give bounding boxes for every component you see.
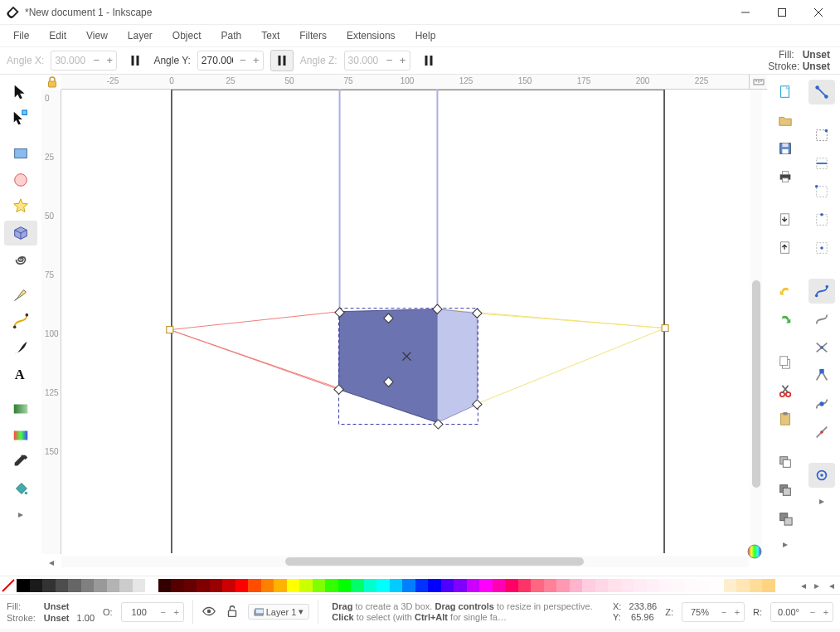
palette-swatch[interactable]	[608, 579, 621, 592]
palette-swatch[interactable]	[145, 579, 158, 592]
opacity-inc[interactable]: +	[170, 607, 183, 617]
tool-3dbox[interactable]	[4, 221, 37, 246]
angle-z-dec[interactable]: −	[383, 51, 396, 70]
angle-x-spin[interactable]: − +	[51, 51, 117, 70]
palette-swatch[interactable]	[56, 579, 69, 592]
opacity-spin[interactable]: 100 − +	[121, 602, 184, 622]
opacity-dec[interactable]: −	[157, 607, 170, 617]
clone-button[interactable]	[772, 478, 799, 503]
snap-bbox-center-button[interactable]	[808, 236, 835, 260]
tool-bezier[interactable]	[4, 309, 37, 333]
layer-lock-toggle[interactable]	[225, 604, 240, 620]
snap-smooth-node-button[interactable]	[808, 391, 835, 416]
menu-help[interactable]: Help	[407, 27, 444, 44]
palette-swatch[interactable]	[505, 579, 518, 592]
status-fill[interactable]: Fill: Stroke:	[7, 600, 36, 624]
angle-z-spin[interactable]: − +	[344, 51, 410, 70]
palette-swatch[interactable]	[493, 579, 506, 592]
unlink-clone-button[interactable]	[772, 506, 799, 531]
palette-swatch[interactable]	[672, 579, 686, 592]
palette-swatch[interactable]	[634, 579, 647, 592]
print-button[interactable]	[772, 164, 799, 189]
angle-x-inc[interactable]: +	[103, 51, 116, 70]
menu-edit[interactable]: Edit	[41, 27, 75, 44]
angle-y-inc[interactable]: +	[250, 51, 263, 70]
palette-swatch[interactable]	[107, 579, 120, 592]
angle-x-input[interactable]	[51, 55, 90, 66]
palette-swatch[interactable]	[210, 579, 223, 592]
vp-x-toggle[interactable]	[124, 50, 147, 71]
canvas-scrollbar-v[interactable]	[750, 90, 762, 554]
undo-button[interactable]	[772, 279, 799, 304]
snap-overflow[interactable]: ▸	[815, 494, 828, 508]
snap-path-intersect-button[interactable]	[808, 335, 835, 360]
palette-swatch[interactable]	[659, 579, 672, 592]
tool-paintbucket[interactable]	[4, 476, 37, 501]
menu-layer[interactable]: Layer	[119, 27, 161, 44]
angle-x-dec[interactable]: −	[90, 51, 103, 70]
palette-swatch[interactable]	[338, 579, 352, 592]
palette-swatch[interactable]	[428, 579, 441, 592]
zoom-inc[interactable]: +	[731, 607, 744, 617]
duplicate-button[interactable]	[772, 450, 799, 474]
redo-button[interactable]	[772, 307, 799, 332]
angle-y-input[interactable]	[198, 55, 236, 66]
palette-swatch[interactable]	[415, 579, 429, 592]
palette-swatch[interactable]	[390, 579, 403, 592]
palette-swatch[interactable]	[351, 579, 364, 592]
vp-y-toggle[interactable]	[270, 50, 294, 71]
vp-z-toggle[interactable]	[417, 50, 440, 71]
palette-swatch[interactable]	[582, 579, 595, 592]
tool-selector[interactable]	[4, 80, 37, 105]
palette-swatch[interactable]	[299, 579, 313, 592]
open-document-button[interactable]	[772, 108, 799, 133]
palette-swatch[interactable]	[197, 579, 210, 592]
palette-swatch[interactable]	[454, 579, 467, 592]
canvas-scrollbar-h[interactable]	[61, 556, 749, 567]
palette-swatch[interactable]	[736, 579, 750, 592]
palette-swatch[interactable]	[750, 579, 763, 592]
palette-swatch[interactable]	[17, 579, 30, 592]
palette-swatch[interactable]	[621, 579, 634, 592]
copy-button[interactable]	[772, 350, 799, 375]
palette-swatch[interactable]	[274, 579, 287, 592]
color-manage-icon[interactable]	[745, 542, 764, 561]
quick-colors-overflow-left[interactable]: ◂	[45, 556, 58, 569]
zoom-spin[interactable]: 75% − +	[682, 602, 745, 622]
layer-selector[interactable]: Layer 1 ▾	[248, 604, 310, 620]
palette-swatch[interactable]	[68, 579, 81, 592]
tool-pencil[interactable]	[4, 282, 37, 307]
palette-swatch[interactable]	[287, 579, 300, 592]
zoom-dec[interactable]: −	[717, 607, 731, 617]
tool-node[interactable]	[4, 106, 37, 131]
palette-swatch[interactable]	[364, 579, 377, 592]
snap-cusp-node-button[interactable]	[808, 363, 835, 388]
palette-swatches[interactable]	[17, 579, 797, 592]
palette-scroll-left[interactable]: ◂	[797, 579, 810, 592]
palette-swatch[interactable]	[762, 579, 775, 592]
palette-swatch[interactable]	[133, 579, 146, 592]
palette-swatch[interactable]	[441, 579, 454, 592]
snap-master-toggle[interactable]	[808, 80, 835, 105]
palette-swatch[interactable]	[544, 579, 557, 592]
palette-swatch[interactable]	[595, 579, 609, 592]
export-button[interactable]	[772, 236, 799, 260]
palette-scroll-right[interactable]: ▸	[810, 579, 823, 592]
tool-star[interactable]	[4, 194, 37, 219]
new-document-button[interactable]	[772, 80, 799, 105]
import-button[interactable]	[772, 207, 799, 232]
tool-text[interactable]: A	[4, 362, 37, 386]
tool-gradient[interactable]	[4, 396, 37, 421]
snap-others-toggle[interactable]	[808, 463, 835, 488]
palette-swatch[interactable]	[42, 579, 56, 592]
maximize-button[interactable]	[764, 1, 800, 24]
palette-swatch[interactable]	[518, 579, 532, 592]
display-units-button[interactable]	[749, 75, 767, 90]
palette-swatch[interactable]	[531, 579, 544, 592]
palette-swatch[interactable]	[30, 579, 43, 592]
rotation-spin[interactable]: 0.00° − +	[770, 602, 833, 622]
palette-swatch[interactable]	[376, 579, 390, 592]
paste-button[interactable]	[772, 406, 799, 431]
cut-button[interactable]	[772, 378, 799, 403]
palette-swatch[interactable]	[647, 579, 660, 592]
